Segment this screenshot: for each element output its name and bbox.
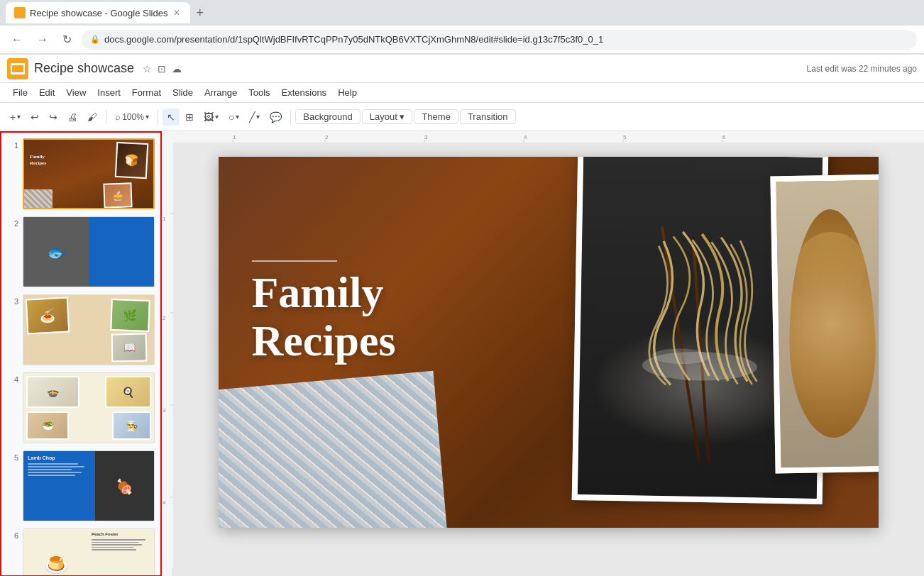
vertical-ruler: 1 2 3 4 [162,143,173,576]
list-item[interactable]: 2 🐟 [7,216,155,287]
list-item[interactable]: 4 🍲 🍳 🥗 👨‍🍳 [7,372,155,443]
address-bar: ← → ↻ 🔒 docs.google.com/presentation/d/1… [0,26,924,54]
redo-button[interactable]: ↪ [45,109,62,126]
slide-thumbnail-3[interactable]: 🍝 🌿 📖 [23,294,155,365]
thumb4-eggs-icon: 🍳 [122,387,134,398]
thumb6-dessert-icon: 🍮 [44,553,69,577]
folder-icon[interactable]: ⊡ [158,63,166,74]
slide-thumbnail-4[interactable]: 🍲 🍳 🥗 👨‍🍳 [23,372,155,443]
menu-view[interactable]: View [60,86,92,99]
url-text: docs.google.com/presentation/d/1spQltWjd… [104,34,908,45]
zoom-arrow-icon: ▾ [145,113,149,121]
frame-icon: ⊞ [185,111,194,123]
background-button[interactable]: Background [295,109,360,124]
menu-slide[interactable]: Slide [167,86,199,99]
canvas-area: 1 2 3 4 5 6 1 2 3 [162,131,924,576]
list-item[interactable]: 6 🍮 Peach Foster [7,528,155,576]
tab-close-button[interactable]: ✕ [172,6,182,19]
comment-button[interactable]: 💬 [265,109,286,126]
cloud-icon[interactable]: ☁ [172,63,182,74]
line-icon: ╱ [249,111,255,123]
list-item[interactable]: 3 🍝 🌿 📖 [7,294,155,365]
app-logo [7,58,28,79]
tab-title: Recipe showcase - Google Slides [30,8,167,18]
menu-arrange[interactable]: Arrange [199,86,243,99]
pie-background [776,180,879,467]
transition-button[interactable]: Transition [460,109,516,124]
layout-button[interactable]: Layout ▾ [362,109,413,124]
refresh-button[interactable]: ↻ [58,30,76,49]
menu-format[interactable]: Format [126,86,167,99]
svg-text:2: 2 [325,134,329,140]
add-slide-button[interactable]: + ▾ [6,109,25,126]
zoom-button[interactable]: ⌕ 100% ▾ [111,109,153,125]
theme-button[interactable]: Theme [414,109,458,124]
slide-thumbnail-2[interactable]: 🐟 [23,216,155,287]
thumb4-bread-icon: 🥗 [42,420,54,431]
thumb1-subtitle: Recipes [30,160,46,167]
header-icons: ☆ ⊡ ☁ [143,63,182,74]
new-tab-button[interactable]: + [193,3,207,23]
add-arrow-icon: ▾ [17,113,21,121]
thumb3-pasta-icon: 🍝 [39,307,55,323]
svg-text:3: 3 [163,407,166,414]
menu-extensions[interactable]: Extensions [276,86,333,99]
menu-insert[interactable]: Insert [92,86,126,99]
menu-file[interactable]: File [7,86,33,99]
shape-tool-button[interactable]: ○ ▾ [224,109,243,126]
svg-text:1: 1 [163,216,166,222]
slide-number-1: 1 [7,138,18,150]
svg-text:2: 2 [163,315,166,321]
thumb2-fish-icon: 🐟 [47,243,66,262]
slide-number-3: 3 [7,294,18,306]
list-item[interactable]: 5 Lamb Chop 🍖 [7,450,155,521]
thumb4-soup-icon: 🍲 [47,387,59,398]
thumb6-title: Peach Foster [92,532,151,536]
select-icon: ↖ [167,111,175,123]
back-button[interactable]: ← [7,31,27,49]
toolbar: + ▾ ↩ ↪ 🖨 🖌 ⌕ 100% ▾ ↖ ⊞ 🖼 ▾ ○ ▾ ╱ ▾ 💬 B… [0,103,924,131]
undo-button[interactable]: ↩ [26,109,43,126]
slide-number-6: 6 [7,528,18,540]
app-header: Recipe showcase ☆ ⊡ ☁ Last edit was 22 m… [0,55,924,83]
slide-thumbnail-6[interactable]: 🍮 Peach Foster [23,528,155,576]
image-arrow-icon: ▾ [215,113,219,121]
last-edit-text: Last edit was 22 minutes ago [807,64,917,74]
line-tool-button[interactable]: ╱ ▾ [245,109,264,126]
toolbar-separator-2 [158,110,158,124]
active-tab[interactable]: Recipe showcase - Google Slides ✕ [6,2,190,23]
slide-number-4: 4 [7,372,18,384]
star-icon[interactable]: ☆ [143,63,152,74]
print-icon: 🖨 [67,111,77,123]
paint-format-button[interactable]: 🖌 [83,109,101,126]
image-tool-button[interactable]: 🖼 ▾ [199,109,223,126]
noodle-svg [603,187,798,429]
list-item[interactable]: 1 Family Recipes 🍞 🥧 [7,138,155,209]
forward-button[interactable]: → [33,31,53,49]
shape-arrow-icon: ▾ [236,113,239,121]
toolbar-separator-3 [290,110,291,124]
menu-edit[interactable]: Edit [33,86,60,99]
slide-title-line2: Recipes [252,316,396,365]
menu-help[interactable]: Help [332,86,363,99]
image-icon: 🖼 [204,111,214,123]
menu-tools[interactable]: Tools [243,86,275,99]
main-slide[interactable]: Family Recipes [219,157,879,528]
frame-tool-button[interactable]: ⊞ [181,109,198,126]
tab-favicon [14,7,26,18]
print-button[interactable]: 🖨 [63,109,82,126]
svg-text:4: 4 [524,134,527,140]
toolbar-separator-1 [106,110,106,124]
thumb1-pie-icon: 🥧 [111,189,124,201]
app-title: Recipe showcase [34,61,134,76]
slide-thumbnail-5[interactable]: Lamb Chop 🍖 [23,450,155,521]
slide-divider-line [252,260,337,262]
slide-cloth [219,370,449,528]
slides-logo-icon [11,63,25,74]
select-tool-button[interactable]: ↖ [163,109,180,126]
url-bar[interactable]: 🔒 docs.google.com/presentation/d/1spQltW… [82,30,917,50]
zoom-level: 100% [122,112,144,122]
slide-thumbnail-1[interactable]: Family Recipes 🍞 🥧 [23,138,155,209]
ruler-v-svg: 1 2 3 4 [162,143,173,568]
comment-icon: 💬 [270,111,282,123]
